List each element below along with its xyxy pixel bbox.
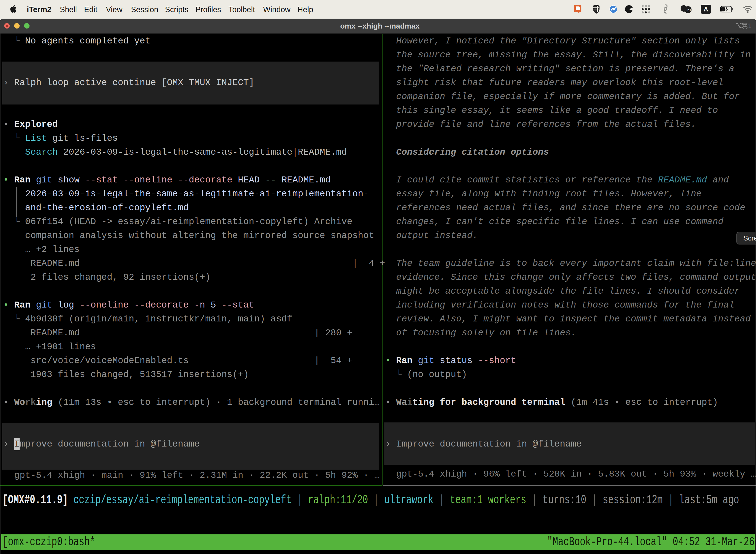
svg-text:..61: ..61 bbox=[686, 8, 692, 12]
svg-text:1: 1 bbox=[748, 22, 751, 29]
